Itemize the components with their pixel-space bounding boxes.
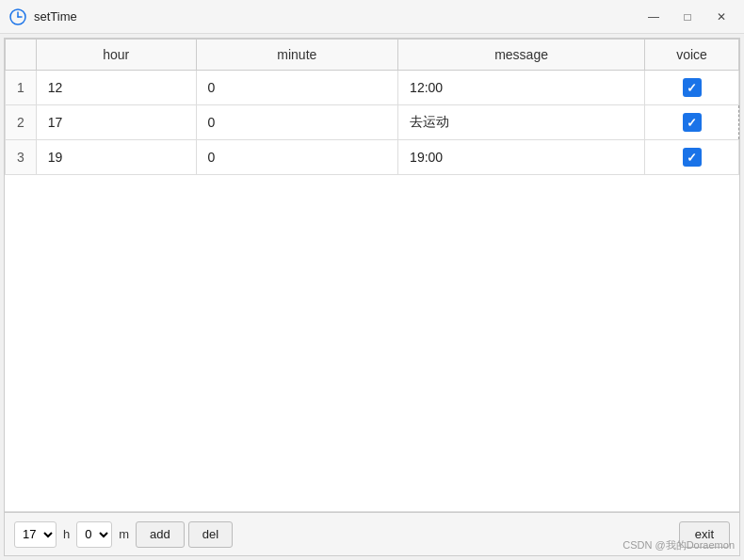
cell-voice[interactable] xyxy=(645,71,739,105)
cell-hour: 19 xyxy=(36,140,196,175)
cell-minute: 0 xyxy=(196,140,398,175)
voice-checkbox[interactable] xyxy=(683,113,702,132)
voice-checkbox[interactable] xyxy=(683,78,702,97)
voice-checkbox[interactable] xyxy=(683,148,702,167)
del-button[interactable]: del xyxy=(188,521,233,548)
app-icon xyxy=(9,8,26,25)
cell-message: 去运动 xyxy=(398,105,645,140)
cell-message: 19:00 xyxy=(398,140,645,175)
col-minute: minute xyxy=(196,40,398,71)
watermark: CSDN @我的Doraemon xyxy=(623,538,735,552)
minute-select[interactable]: 0 xyxy=(76,521,112,548)
table-row[interactable]: 1 12 0 12:00 xyxy=(6,71,739,105)
cell-voice[interactable] xyxy=(645,140,739,175)
col-message: message xyxy=(398,40,645,71)
minimize-button[interactable]: — xyxy=(640,7,667,27)
cell-hour: 12 xyxy=(36,71,196,105)
table-header-row: hour minute message voice xyxy=(6,40,739,71)
cell-message: 12:00 xyxy=(398,71,645,105)
col-index xyxy=(6,40,37,71)
close-button[interactable]: ✕ xyxy=(708,7,735,27)
table-row[interactable]: 3 19 0 19:00 xyxy=(6,140,739,175)
cell-hour: 17 xyxy=(36,105,196,140)
table-container: hour minute message voice 1 12 0 12:00 2… xyxy=(5,39,739,512)
hour-select[interactable]: 17 xyxy=(14,521,57,548)
col-voice: voice xyxy=(645,40,739,71)
cell-index: 3 xyxy=(6,140,37,175)
title-bar: setTime — □ ✕ xyxy=(0,0,744,34)
hour-label: h xyxy=(60,527,73,541)
add-button[interactable]: add xyxy=(136,521,185,548)
cell-minute: 0 xyxy=(196,71,398,105)
table-row[interactable]: 2 17 0 去运动 xyxy=(6,105,739,140)
col-hour: hour xyxy=(36,40,196,71)
cell-voice[interactable] xyxy=(645,105,739,140)
main-panel: hour minute message voice 1 12 0 12:00 2… xyxy=(4,38,740,556)
window-controls: — □ ✕ xyxy=(640,7,735,27)
minute-label: m xyxy=(116,527,132,541)
cell-index: 2 xyxy=(6,105,37,140)
window-title: setTime xyxy=(34,9,640,24)
cell-minute: 0 xyxy=(196,105,398,140)
maximize-button[interactable]: □ xyxy=(674,7,701,27)
alarm-table: hour minute message voice 1 12 0 12:00 2… xyxy=(5,39,739,175)
cell-index: 1 xyxy=(6,71,37,105)
